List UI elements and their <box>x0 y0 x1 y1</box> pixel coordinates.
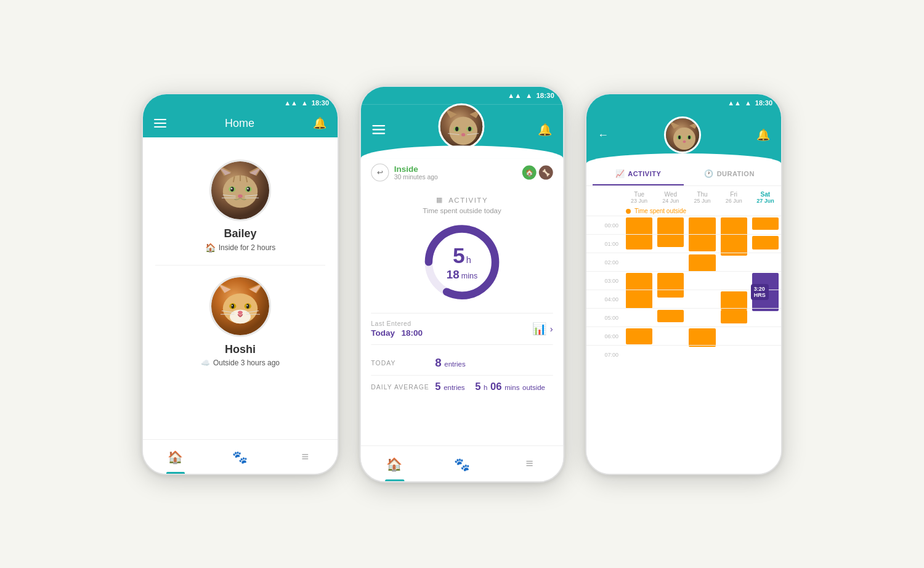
svg-point-41 <box>449 117 477 145</box>
signal-icon-3: ▲▲ <box>727 99 741 107</box>
cell-tue-2 <box>623 253 655 271</box>
cell-sat-5 <box>750 308 781 327</box>
bar-tue-4 <box>626 291 652 309</box>
cell-wed-5 <box>655 308 686 327</box>
legend-dot <box>626 209 631 214</box>
cell-tue-3 <box>623 271 655 290</box>
wifi-icon-3: ▲ <box>745 99 752 107</box>
cell-fri-2 <box>718 253 750 271</box>
bar-thu-6 <box>689 328 715 347</box>
app-header-1: Home 🔔 <box>143 112 338 137</box>
chart-legend: Time spent outside <box>586 206 781 216</box>
location-icons: 🏠 🦴 <box>522 166 553 180</box>
chart-row-2: 02:00 <box>586 253 781 271</box>
svg-point-46 <box>461 133 465 136</box>
pet-name-hoshi: Hoshi <box>225 343 256 356</box>
svg-point-15 <box>238 195 243 198</box>
chart-row-5: 05:00 <box>586 308 781 327</box>
pet-item-bailey[interactable]: Bailey 🏠 Inside for 2 hours <box>143 150 338 265</box>
loc-home-icon: 🏠 <box>522 166 537 180</box>
day-wed: Wed 24 Jun <box>655 191 686 204</box>
time-0200: 02:00 <box>586 253 623 271</box>
signal-icon-2: ▲▲ <box>508 92 522 99</box>
cell-sat-0 <box>750 216 781 234</box>
status-bar-content-1: ▲▲ ▲ 18:30 <box>284 99 329 107</box>
bar-sat-0 <box>752 217 779 230</box>
time-0700: 07:00 <box>586 345 623 363</box>
notification-icon-2[interactable]: 🔔 <box>538 123 552 137</box>
last-entered-label: Last Entered <box>371 320 423 327</box>
cell-tue-6 <box>623 327 655 345</box>
cell-sat-2 <box>750 253 781 271</box>
activity-section: ▦ ACTIVITY Time spent outside today 5 h <box>361 187 564 445</box>
last-entered-info: Last Entered Today 18:00 <box>371 320 423 338</box>
svg-point-44 <box>455 127 458 131</box>
chart-wave <box>586 153 781 163</box>
time-0300: 03:00 <box>586 271 623 290</box>
bar-wed-5 <box>657 310 684 322</box>
bar-chart-icon: 📊 <box>532 322 546 336</box>
wifi-icon-1: ▲ <box>301 99 308 107</box>
phones-container: ▲▲ ▲ 18:30 Home 🔔 <box>117 68 807 500</box>
status-bar-2: ▲▲ ▲ 18:30 <box>361 87 564 105</box>
cell-thu-3 <box>686 271 718 290</box>
day-tue: Tue 23 Jun <box>623 191 655 204</box>
cell-wed-4 <box>655 290 686 308</box>
outside-icon-hoshi: ☁️ <box>201 359 210 367</box>
pet-name-bailey: Bailey <box>224 227 256 240</box>
bar-thu-2 <box>689 254 715 272</box>
avatar-hoshi <box>209 275 271 337</box>
notification-icon-1[interactable]: 🔔 <box>313 116 326 130</box>
last-entered-chart-btn[interactable]: 📊 › <box>532 322 553 336</box>
cell-fri-5 <box>718 308 750 327</box>
notification-icon-3[interactable]: 🔔 <box>756 128 770 142</box>
cell-sat-1 <box>750 234 781 253</box>
status-bar-1: ▲▲ ▲ 18:30 <box>143 94 338 112</box>
daily-avg-time: 5 h 06 mins outside <box>475 381 545 392</box>
location-info: Inside 30 minutes ago <box>394 164 517 181</box>
nav-home-2[interactable]: 🏠 <box>361 446 429 481</box>
chart-avatar <box>664 116 701 153</box>
cell-fri-0 <box>718 216 750 234</box>
location-time: 30 minutes ago <box>394 174 517 181</box>
svg-point-29 <box>231 304 234 309</box>
tab-duration[interactable]: 🕐 DURATION <box>684 163 775 185</box>
cell-tue-1 <box>623 234 655 253</box>
pet-status-bailey: 🏠 Inside for 2 hours <box>205 243 276 253</box>
cell-fri-4 <box>718 290 750 308</box>
time-0400: 04:00 <box>586 290 623 308</box>
nav-home-1[interactable]: 🏠 <box>143 440 208 474</box>
location-bar: ↩ Inside 30 minutes ago 🏠 🦴 <box>361 158 564 187</box>
nav-list-2[interactable]: ≡ <box>496 446 564 481</box>
today-value: 8 entries <box>435 357 465 370</box>
donut-h: h <box>466 254 471 265</box>
status-bar-3: ▲▲ ▲ 18:30 <box>586 94 781 112</box>
nav-list-1[interactable]: ≡ <box>273 440 338 474</box>
menu-button-2[interactable] <box>372 125 385 134</box>
tab-activity[interactable]: 📈 ACTIVITY <box>593 163 684 185</box>
back-button[interactable]: ↩ <box>371 163 389 181</box>
time-0000: 00:00 <box>586 216 623 234</box>
chart-row-7: 07:00 <box>586 345 781 363</box>
phone-home: ▲▲ ▲ 18:30 Home 🔔 <box>142 93 339 475</box>
pet-list: Bailey 🏠 Inside for 2 hours <box>143 137 338 392</box>
time-1: 18:30 <box>312 99 329 107</box>
last-entered-time: 18:00 <box>402 328 423 338</box>
cell-wed-0 <box>655 216 686 234</box>
profile-header-2: 🔔 <box>361 105 564 158</box>
menu-button-1[interactable] <box>154 119 166 128</box>
svg-point-33 <box>238 311 243 315</box>
nav-paw-1[interactable]: 🐾 <box>208 440 272 474</box>
time-0100: 01:00 <box>586 234 623 253</box>
donut-mins: 18 <box>447 268 460 282</box>
cell-thu-4 <box>686 290 718 308</box>
cell-tue-4 <box>623 290 655 308</box>
nav-paw-2[interactable]: 🐾 <box>428 446 496 481</box>
wifi-icon-2: ▲ <box>525 92 532 99</box>
bar-fri-5 <box>721 310 747 323</box>
chart-row-1: 01:00 <box>586 234 781 253</box>
svg-point-32 <box>246 305 248 306</box>
pet-item-hoshi[interactable]: Hoshi ☁️ Outside 3 hours ago <box>143 266 338 379</box>
back-arrow-icon[interactable]: ← <box>598 129 609 142</box>
chart-row-6: 06:00 <box>586 327 781 345</box>
